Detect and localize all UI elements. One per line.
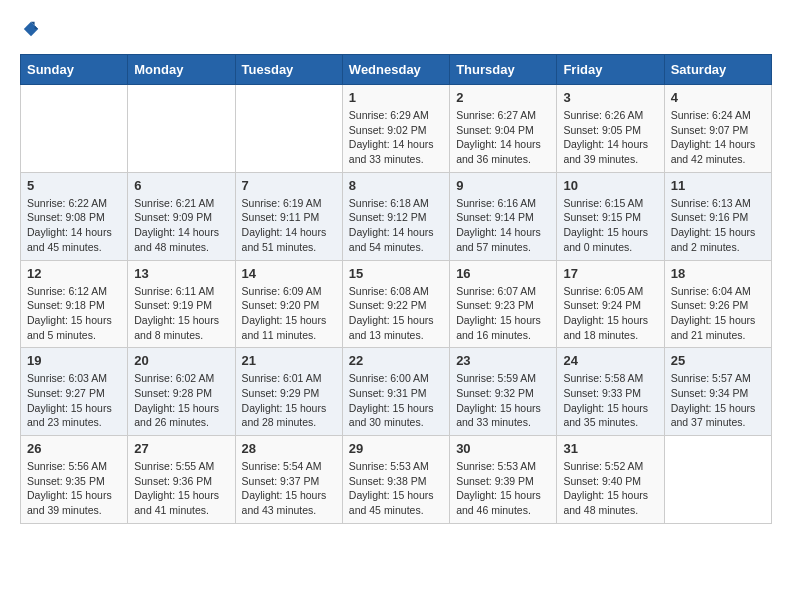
day-info: Sunrise: 5:53 AM Sunset: 9:38 PM Dayligh…: [349, 459, 443, 518]
calendar-cell: 9Sunrise: 6:16 AM Sunset: 9:14 PM Daylig…: [450, 172, 557, 260]
calendar-body: 1Sunrise: 6:29 AM Sunset: 9:02 PM Daylig…: [21, 85, 772, 524]
day-info: Sunrise: 5:59 AM Sunset: 9:32 PM Dayligh…: [456, 371, 550, 430]
calendar-cell: 12Sunrise: 6:12 AM Sunset: 9:18 PM Dayli…: [21, 260, 128, 348]
day-number: 18: [671, 266, 765, 281]
calendar-table: SundayMondayTuesdayWednesdayThursdayFrid…: [20, 54, 772, 524]
day-info: Sunrise: 6:01 AM Sunset: 9:29 PM Dayligh…: [242, 371, 336, 430]
day-number: 22: [349, 353, 443, 368]
day-number: 2: [456, 90, 550, 105]
day-info: Sunrise: 6:13 AM Sunset: 9:16 PM Dayligh…: [671, 196, 765, 255]
calendar-cell: 2Sunrise: 6:27 AM Sunset: 9:04 PM Daylig…: [450, 85, 557, 173]
day-info: Sunrise: 5:58 AM Sunset: 9:33 PM Dayligh…: [563, 371, 657, 430]
day-number: 30: [456, 441, 550, 456]
day-number: 24: [563, 353, 657, 368]
day-info: Sunrise: 6:26 AM Sunset: 9:05 PM Dayligh…: [563, 108, 657, 167]
day-number: 5: [27, 178, 121, 193]
calendar-cell: [21, 85, 128, 173]
calendar-cell: 27Sunrise: 5:55 AM Sunset: 9:36 PM Dayli…: [128, 436, 235, 524]
calendar-cell: 14Sunrise: 6:09 AM Sunset: 9:20 PM Dayli…: [235, 260, 342, 348]
day-info: Sunrise: 5:57 AM Sunset: 9:34 PM Dayligh…: [671, 371, 765, 430]
calendar-cell: 5Sunrise: 6:22 AM Sunset: 9:08 PM Daylig…: [21, 172, 128, 260]
calendar-cell: 30Sunrise: 5:53 AM Sunset: 9:39 PM Dayli…: [450, 436, 557, 524]
calendar-cell: 1Sunrise: 6:29 AM Sunset: 9:02 PM Daylig…: [342, 85, 449, 173]
logo-icon: [22, 20, 40, 38]
header-day: Saturday: [664, 55, 771, 85]
header-day: Friday: [557, 55, 664, 85]
calendar-cell: 15Sunrise: 6:08 AM Sunset: 9:22 PM Dayli…: [342, 260, 449, 348]
day-info: Sunrise: 6:15 AM Sunset: 9:15 PM Dayligh…: [563, 196, 657, 255]
day-info: Sunrise: 6:22 AM Sunset: 9:08 PM Dayligh…: [27, 196, 121, 255]
calendar-cell: 4Sunrise: 6:24 AM Sunset: 9:07 PM Daylig…: [664, 85, 771, 173]
day-number: 28: [242, 441, 336, 456]
calendar-cell: 22Sunrise: 6:00 AM Sunset: 9:31 PM Dayli…: [342, 348, 449, 436]
day-number: 20: [134, 353, 228, 368]
calendar-cell: 19Sunrise: 6:03 AM Sunset: 9:27 PM Dayli…: [21, 348, 128, 436]
day-info: Sunrise: 6:19 AM Sunset: 9:11 PM Dayligh…: [242, 196, 336, 255]
day-info: Sunrise: 6:27 AM Sunset: 9:04 PM Dayligh…: [456, 108, 550, 167]
header-row: SundayMondayTuesdayWednesdayThursdayFrid…: [21, 55, 772, 85]
calendar-cell: [235, 85, 342, 173]
calendar-cell: 8Sunrise: 6:18 AM Sunset: 9:12 PM Daylig…: [342, 172, 449, 260]
day-info: Sunrise: 6:03 AM Sunset: 9:27 PM Dayligh…: [27, 371, 121, 430]
day-number: 19: [27, 353, 121, 368]
day-info: Sunrise: 5:56 AM Sunset: 9:35 PM Dayligh…: [27, 459, 121, 518]
header-day: Sunday: [21, 55, 128, 85]
page-header: [20, 20, 772, 38]
calendar-cell: [664, 436, 771, 524]
calendar-cell: 26Sunrise: 5:56 AM Sunset: 9:35 PM Dayli…: [21, 436, 128, 524]
calendar-cell: [128, 85, 235, 173]
day-number: 13: [134, 266, 228, 281]
day-info: Sunrise: 6:02 AM Sunset: 9:28 PM Dayligh…: [134, 371, 228, 430]
calendar-cell: 11Sunrise: 6:13 AM Sunset: 9:16 PM Dayli…: [664, 172, 771, 260]
day-info: Sunrise: 6:07 AM Sunset: 9:23 PM Dayligh…: [456, 284, 550, 343]
header-day: Thursday: [450, 55, 557, 85]
calendar-cell: 25Sunrise: 5:57 AM Sunset: 9:34 PM Dayli…: [664, 348, 771, 436]
day-number: 15: [349, 266, 443, 281]
day-info: Sunrise: 6:18 AM Sunset: 9:12 PM Dayligh…: [349, 196, 443, 255]
calendar-cell: 24Sunrise: 5:58 AM Sunset: 9:33 PM Dayli…: [557, 348, 664, 436]
calendar-cell: 16Sunrise: 6:07 AM Sunset: 9:23 PM Dayli…: [450, 260, 557, 348]
calendar-cell: 28Sunrise: 5:54 AM Sunset: 9:37 PM Dayli…: [235, 436, 342, 524]
calendar-cell: 7Sunrise: 6:19 AM Sunset: 9:11 PM Daylig…: [235, 172, 342, 260]
day-info: Sunrise: 6:05 AM Sunset: 9:24 PM Dayligh…: [563, 284, 657, 343]
day-number: 25: [671, 353, 765, 368]
calendar-cell: 23Sunrise: 5:59 AM Sunset: 9:32 PM Dayli…: [450, 348, 557, 436]
day-info: Sunrise: 6:00 AM Sunset: 9:31 PM Dayligh…: [349, 371, 443, 430]
calendar-cell: 10Sunrise: 6:15 AM Sunset: 9:15 PM Dayli…: [557, 172, 664, 260]
day-number: 26: [27, 441, 121, 456]
calendar-cell: 18Sunrise: 6:04 AM Sunset: 9:26 PM Dayli…: [664, 260, 771, 348]
calendar-cell: 6Sunrise: 6:21 AM Sunset: 9:09 PM Daylig…: [128, 172, 235, 260]
header-day: Wednesday: [342, 55, 449, 85]
day-number: 29: [349, 441, 443, 456]
calendar-cell: 20Sunrise: 6:02 AM Sunset: 9:28 PM Dayli…: [128, 348, 235, 436]
day-info: Sunrise: 6:04 AM Sunset: 9:26 PM Dayligh…: [671, 284, 765, 343]
day-info: Sunrise: 6:29 AM Sunset: 9:02 PM Dayligh…: [349, 108, 443, 167]
calendar-week-row: 26Sunrise: 5:56 AM Sunset: 9:35 PM Dayli…: [21, 436, 772, 524]
day-number: 27: [134, 441, 228, 456]
day-info: Sunrise: 6:09 AM Sunset: 9:20 PM Dayligh…: [242, 284, 336, 343]
day-number: 17: [563, 266, 657, 281]
day-number: 9: [456, 178, 550, 193]
calendar-cell: 31Sunrise: 5:52 AM Sunset: 9:40 PM Dayli…: [557, 436, 664, 524]
day-info: Sunrise: 5:53 AM Sunset: 9:39 PM Dayligh…: [456, 459, 550, 518]
day-info: Sunrise: 6:12 AM Sunset: 9:18 PM Dayligh…: [27, 284, 121, 343]
header-day: Monday: [128, 55, 235, 85]
day-info: Sunrise: 5:52 AM Sunset: 9:40 PM Dayligh…: [563, 459, 657, 518]
day-info: Sunrise: 5:54 AM Sunset: 9:37 PM Dayligh…: [242, 459, 336, 518]
calendar-week-row: 12Sunrise: 6:12 AM Sunset: 9:18 PM Dayli…: [21, 260, 772, 348]
day-number: 8: [349, 178, 443, 193]
day-info: Sunrise: 6:21 AM Sunset: 9:09 PM Dayligh…: [134, 196, 228, 255]
logo: [20, 20, 40, 38]
day-number: 3: [563, 90, 657, 105]
day-number: 16: [456, 266, 550, 281]
day-number: 6: [134, 178, 228, 193]
calendar-week-row: 5Sunrise: 6:22 AM Sunset: 9:08 PM Daylig…: [21, 172, 772, 260]
day-number: 21: [242, 353, 336, 368]
day-number: 31: [563, 441, 657, 456]
calendar-week-row: 1Sunrise: 6:29 AM Sunset: 9:02 PM Daylig…: [21, 85, 772, 173]
day-number: 4: [671, 90, 765, 105]
calendar-cell: 21Sunrise: 6:01 AM Sunset: 9:29 PM Dayli…: [235, 348, 342, 436]
day-number: 14: [242, 266, 336, 281]
day-number: 12: [27, 266, 121, 281]
calendar-cell: 3Sunrise: 6:26 AM Sunset: 9:05 PM Daylig…: [557, 85, 664, 173]
